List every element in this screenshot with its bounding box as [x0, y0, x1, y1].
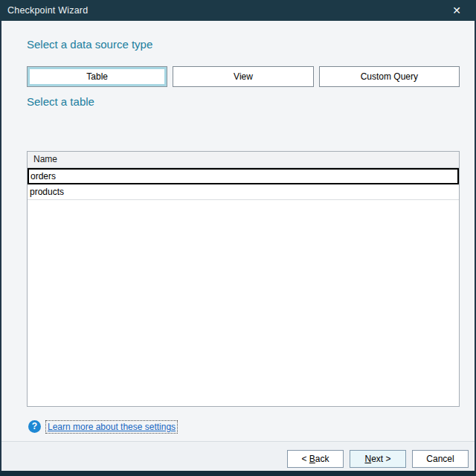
table-row[interactable]: products [28, 184, 459, 200]
source-type-button-custom-query[interactable]: Custom Query [319, 66, 460, 87]
tables-grid: Name orders products [27, 151, 460, 407]
learn-more-link[interactable]: Learn more about these settings [46, 421, 177, 433]
window-border-left [0, 21, 1, 476]
heading-select-a-table: Select a table [27, 95, 94, 108]
back-button[interactable]: < Back [287, 450, 344, 468]
table-row[interactable]: orders [28, 168, 459, 184]
grid-column-header-name[interactable]: Name [28, 152, 459, 168]
source-type-button-row: Table View Custom Query [27, 66, 460, 87]
cancel-button[interactable]: Cancel [412, 450, 469, 468]
back-label-post: ack [315, 454, 329, 464]
next-button[interactable]: Next > [350, 450, 406, 468]
window-bottom-bar [0, 471, 476, 476]
next-label-post: ext > [371, 454, 390, 464]
help-row: ? Learn more about these settings [28, 420, 177, 433]
source-type-button-table[interactable]: Table [27, 66, 167, 87]
window-title: Checkpoint Wizard [0, 5, 88, 16]
footer: < Back Next > Cancel [1, 442, 475, 471]
next-label-mnemonic: N [364, 454, 371, 464]
back-label-mnemonic: B [309, 454, 315, 464]
help-icon[interactable]: ? [28, 420, 41, 433]
back-label-pre: < [301, 454, 309, 464]
title-bar: Checkpoint Wizard ✕ [0, 0, 476, 21]
checkpoint-wizard-dialog: Checkpoint Wizard ✕ Select a data source… [0, 0, 476, 476]
heading-select-data-source-type: Select a data source type [27, 38, 152, 51]
close-icon[interactable]: ✕ [443, 0, 470, 21]
footer-button-row: < Back Next > Cancel [287, 450, 469, 468]
source-type-button-view[interactable]: View [173, 66, 313, 87]
